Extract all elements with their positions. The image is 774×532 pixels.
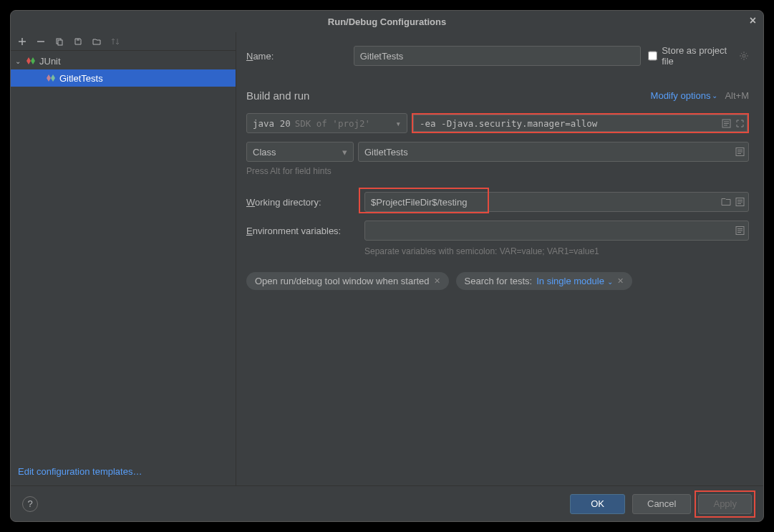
remove-tag-icon[interactable]: ✕ — [617, 276, 624, 286]
sort-icon[interactable] — [110, 36, 121, 47]
config-tree: ⌄ JUnit GitletTests — [11, 51, 236, 458]
cancel-button[interactable]: Cancel — [632, 494, 691, 514]
chevron-down-icon: ⌄ — [607, 278, 613, 286]
dialog-title: Run/Debug Configurations — [328, 16, 446, 27]
gear-icon[interactable] — [739, 51, 749, 61]
env-label: Environment variables: — [246, 226, 357, 236]
config-toolbar — [11, 32, 236, 51]
browse-folder-icon[interactable] — [721, 198, 731, 207]
dialog-footer: ? OK Cancel Apply — [11, 485, 763, 521]
sidebar: ⌄ JUnit GitletTests Edit configuration t… — [11, 32, 236, 485]
search-scope-link[interactable]: In single module ⌄ — [536, 276, 612, 286]
titlebar: Run/Debug Configurations × — [11, 11, 763, 32]
copy-icon[interactable] — [54, 36, 65, 47]
config-form: Name: Store as project file Build and ru… — [236, 32, 763, 485]
wd-label: Working directory: — [246, 197, 357, 208]
remove-icon[interactable] — [35, 36, 47, 47]
field-hint: Press Alt for field hints — [246, 166, 749, 176]
save-icon[interactable] — [72, 36, 84, 47]
close-icon[interactable]: × — [750, 14, 756, 27]
apply-highlight-box: Apply — [695, 490, 755, 518]
junit-icon — [25, 55, 37, 67]
env-vars-input[interactable] — [364, 221, 749, 241]
vm-options-input[interactable] — [413, 115, 748, 132]
test-class-input[interactable] — [358, 142, 749, 162]
run-debug-configurations-dialog: Run/Debug Configurations × ⌄ JUnit — [10, 10, 764, 522]
add-icon[interactable] — [16, 36, 28, 47]
chevron-down-icon: ⌄ — [712, 92, 717, 100]
caret-down-icon: ▾ — [342, 147, 347, 158]
expand-field-icon[interactable] — [735, 226, 745, 236]
expand-field-icon[interactable] — [735, 147, 745, 157]
fullscreen-icon[interactable] — [735, 119, 745, 128]
tree-category-label: JUnit — [39, 56, 61, 67]
expand-field-icon[interactable] — [735, 198, 745, 207]
modify-shortcut-hint: Alt+M — [725, 90, 749, 101]
junit-icon — [45, 72, 57, 84]
remove-tag-icon[interactable]: ✕ — [434, 276, 440, 286]
svg-rect-2 — [77, 39, 79, 41]
tree-item-gitlettests[interactable]: GitletTests — [11, 69, 236, 87]
caret-down-icon: ▾ — [395, 118, 401, 129]
apply-button[interactable]: Apply — [698, 494, 752, 514]
tree-item-label: GitletTests — [59, 73, 103, 84]
ok-button[interactable]: OK — [570, 494, 625, 514]
name-label: Name: — [246, 51, 347, 62]
env-hint: Separate variables with semicolon: VAR=v… — [364, 246, 749, 256]
svg-point-4 — [742, 54, 745, 57]
edit-templates-link[interactable]: Edit configuration templates… — [18, 466, 142, 477]
tag-open-tool-window[interactable]: Open run/debug tool window when started … — [246, 272, 449, 290]
folder-icon[interactable] — [91, 36, 102, 47]
tree-category-junit[interactable]: ⌄ JUnit — [11, 52, 236, 69]
svg-rect-1 — [58, 40, 62, 45]
expand-field-icon[interactable] — [722, 119, 731, 128]
vm-options-highlight — [412, 113, 749, 133]
tag-search-tests[interactable]: Search for tests: In single module ⌄ ✕ — [456, 272, 632, 290]
store-as-project-file[interactable]: Store as project file — [648, 45, 749, 67]
test-kind-select[interactable]: Class ▾ — [246, 142, 354, 162]
store-checkbox[interactable] — [648, 51, 657, 61]
sdk-select[interactable]: java 20 SDK of 'proj2' ▾ — [246, 113, 407, 133]
build-run-section-title: Build and run — [246, 90, 309, 102]
chevron-down-icon: ⌄ — [15, 57, 22, 65]
help-icon[interactable]: ? — [22, 496, 38, 512]
modify-options-link[interactable]: Modify options ⌄ — [651, 90, 718, 101]
working-directory-input[interactable] — [364, 192, 749, 212]
name-input[interactable] — [354, 46, 642, 66]
